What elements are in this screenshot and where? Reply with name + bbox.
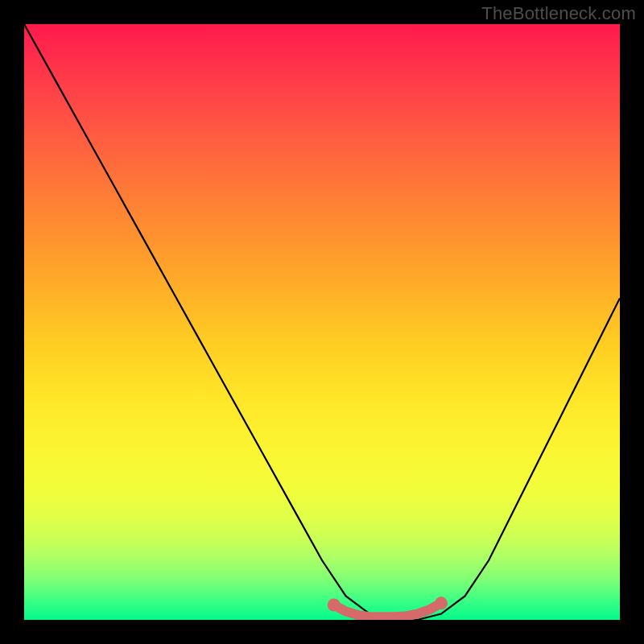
flat-region-end-dot [435,597,448,609]
bottleneck-curve [24,24,620,620]
attribution-text: TheBottleneck.com [481,3,636,24]
flat-region-end-dot [328,599,341,612]
flat-region-band [334,603,441,617]
chart-frame: TheBottleneck.com [0,0,644,644]
plot-area [24,24,620,620]
flat-region-markers [328,597,448,617]
curve-overlay [24,24,620,620]
